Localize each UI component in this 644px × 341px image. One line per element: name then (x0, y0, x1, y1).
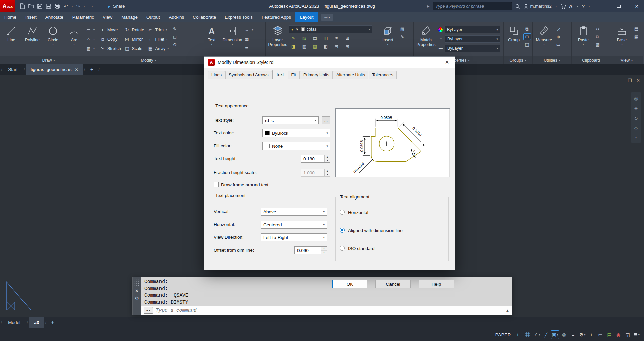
array-tool[interactable]: ▦Array▾ (146, 44, 170, 53)
utilities-panel-label[interactable]: Utilities▾ (533, 56, 571, 64)
tab-featured-apps[interactable]: Featured Apps (257, 12, 295, 22)
layer-unlock-icon[interactable]: ◧ (322, 43, 329, 50)
aligned-radio-label[interactable]: Aligned with dimension line (348, 228, 403, 233)
command-customize-icon[interactable]: ⚙ (135, 296, 139, 300)
quick-select-icon[interactable]: ◿ (555, 25, 562, 32)
app-store-icon[interactable]: A (569, 3, 573, 9)
layer-dropdown-icon[interactable]: ▾ (368, 27, 370, 31)
dialog-tab-tolerances[interactable]: Tolerances (369, 71, 397, 79)
multiline-tool[interactable]: ≣ (243, 44, 254, 53)
fill-color-select[interactable]: None▾ (262, 142, 330, 150)
text-style-browse-button[interactable]: ... (322, 116, 330, 124)
dimension-tool[interactable]: Dimension▾ (222, 23, 242, 56)
user-account[interactable]: m.martins2 (523, 4, 552, 9)
minimize-button[interactable]: — (594, 0, 608, 12)
height-down-icon[interactable]: ▼ (325, 159, 330, 163)
iso-standard-radio[interactable] (340, 246, 345, 251)
tab-annotate[interactable]: Annotate (41, 12, 68, 22)
settings-gear-icon[interactable]: ⚙▾ (578, 330, 586, 339)
copy-clip-icon[interactable]: ⧉ (594, 33, 601, 40)
cut-icon[interactable]: ✂ (594, 25, 601, 32)
layer-merge-icon[interactable]: ▥ (301, 43, 308, 50)
dialog-title-bar[interactable]: A Modify Dimension Style: rd ✕ (204, 57, 455, 68)
layer-off-icon[interactable]: ◨ (290, 43, 297, 50)
layout-tab-a3[interactable]: a3 (29, 317, 44, 328)
base-view-button[interactable]: Base▾ (612, 23, 632, 56)
color-wheel-icon[interactable] (438, 27, 443, 32)
isodraft-icon[interactable]: ∠▾ (533, 330, 541, 339)
qat-customize-icon[interactable]: ▾ (91, 5, 94, 8)
paste-special-icon[interactable]: ▨ (594, 41, 601, 48)
model-tab[interactable]: Model (3, 317, 26, 328)
command-close-icon[interactable]: ✕ (135, 289, 139, 293)
user-dropdown-icon[interactable]: ▾ (555, 5, 558, 8)
redo-icon[interactable]: ↷ (74, 2, 82, 11)
tab-layout[interactable]: Layout (295, 12, 318, 22)
search-input[interactable] (433, 2, 512, 10)
circle-tool[interactable]: Circle▾ (43, 23, 63, 56)
iso-standard-radio-label[interactable]: ISO standard (348, 246, 375, 251)
vertical-placement-select[interactable]: Above▾ (261, 208, 327, 216)
tab-express-tools[interactable]: Express Tools (220, 12, 257, 22)
ribbon-display-toggle[interactable]: —▾ (321, 14, 333, 21)
layer-isolate-icon[interactable]: ✎ (290, 35, 297, 41)
drag-handle-icon[interactable] (134, 279, 140, 286)
paper-space-label[interactable]: PAPER (495, 332, 511, 337)
dialog-close-button[interactable]: ✕ (441, 58, 453, 67)
dimension-dropdown-icon[interactable]: ▾ (232, 43, 233, 46)
layer-freeze-icon[interactable]: ▨ (301, 35, 308, 41)
mirror-tool[interactable]: ⋈Mirror (123, 35, 145, 43)
search-expand-icon[interactable]: ▶ (427, 4, 430, 8)
match-properties-button[interactable]: Match Properties (415, 23, 437, 56)
layer-on-icon[interactable]: ● (291, 27, 293, 31)
autocad-logo[interactable]: A CAD (0, 0, 15, 12)
maximize-button[interactable] (611, 0, 626, 12)
linetype-selector[interactable]: ByLayer▾ (445, 45, 500, 52)
text-height-spinner[interactable]: ▲▼ (301, 155, 330, 163)
redo-dropdown-icon[interactable]: ▾ (83, 5, 86, 8)
new-layout-button[interactable]: + (47, 317, 58, 328)
share-button[interactable]: ➤ Share (107, 4, 125, 9)
rotate-tool[interactable]: ↻Rotate (123, 25, 145, 34)
viewport-icon[interactable]: ▤ (633, 25, 640, 32)
file-tab-document[interactable]: figuras_geometricas ✕ (26, 64, 83, 75)
layer-properties-button[interactable]: Layer Properties (267, 23, 288, 56)
object-snap-tracking-icon[interactable]: ◎ (560, 330, 568, 339)
leader-tool[interactable]: ↔▾ (243, 25, 254, 34)
viewport-close-icon[interactable]: ✕ (636, 78, 640, 83)
navbar-more-icon[interactable]: ▾ (635, 136, 637, 139)
tab-insert[interactable]: Insert (21, 12, 41, 22)
annotation-scale-icon[interactable]: ▭ (596, 330, 604, 339)
dialog-tab-text[interactable]: Text (272, 70, 288, 79)
undo-icon[interactable]: ↶ (62, 2, 70, 11)
horizontal-placement-select[interactable]: Centered▾ (261, 221, 327, 229)
viewport-restore-icon[interactable]: ❐ (628, 78, 632, 83)
move-tool[interactable]: +Move (99, 25, 122, 34)
graphics-performance-icon[interactable]: ▤ (605, 330, 613, 339)
open-folder-icon[interactable] (27, 2, 35, 11)
groups-panel-label[interactable]: Groups▾ (504, 56, 532, 64)
tab-output[interactable]: Output (142, 12, 165, 22)
text-height-input[interactable] (301, 155, 324, 162)
layer-prev-icon[interactable]: ⊟ (333, 43, 340, 50)
offset-spinner[interactable]: ▲▼ (294, 246, 327, 254)
ungroup-icon[interactable]: ⧉ (523, 25, 531, 32)
save-as-icon[interactable] (44, 2, 53, 11)
clean-screen-icon[interactable]: ◱ (624, 330, 632, 339)
erase-tool[interactable]: ✎ (171, 25, 178, 32)
dynamic-input-icon[interactable]: + (587, 330, 595, 339)
cart-icon[interactable] (561, 4, 566, 9)
table-tool[interactable]: ▦ (243, 35, 254, 43)
scale-tool[interactable]: ◱Scale (123, 44, 145, 53)
tab-manage[interactable]: Manage (117, 12, 142, 22)
group-button[interactable]: Group (505, 23, 523, 56)
trim-tool[interactable]: ✂Trim▾ (146, 25, 170, 34)
layer-walk-icon[interactable]: ≋ (333, 35, 340, 41)
dialog-tab-fit[interactable]: Fit (288, 71, 299, 79)
command-expand-icon[interactable]: ▲ (506, 308, 509, 312)
help-button[interactable]: Help (419, 280, 454, 288)
view-panel-label[interactable]: View▾ (610, 56, 643, 64)
offset-up-icon[interactable]: ▲ (321, 247, 327, 251)
copy-tool[interactable]: ⧉Copy (99, 35, 122, 43)
offset-input[interactable] (295, 247, 321, 254)
